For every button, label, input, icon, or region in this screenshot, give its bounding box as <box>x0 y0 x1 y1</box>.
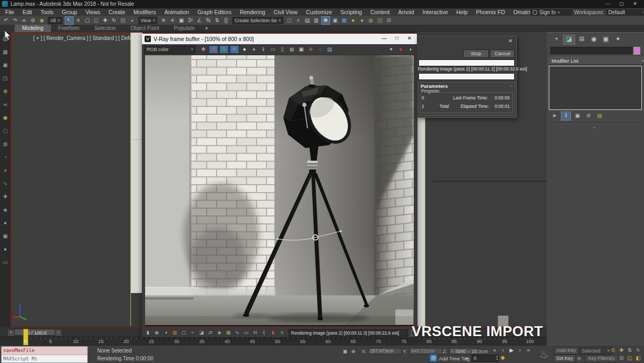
set-keys-icon[interactable]: ◆ <box>500 354 505 361</box>
select-and-move-icon[interactable]: ✚ <box>101 17 109 24</box>
menu-icon[interactable]: ≡ <box>278 329 286 336</box>
region-select-icon[interactable]: ▢ <box>180 329 188 336</box>
display-tab[interactable]: ▣ <box>600 35 611 44</box>
render-flyout-icon[interactable]: ⊞ <box>385 17 393 24</box>
frame-spinner-steppers[interactable]: ▴▾ <box>496 355 498 361</box>
window-crossing-icon[interactable]: ◱ <box>93 17 100 24</box>
vray-messages-icon[interactable]: ● <box>396 46 405 53</box>
stereo-icon[interactable]: ◈ <box>216 329 223 336</box>
menu-civil-view[interactable]: Civil View <box>270 9 302 15</box>
ribbon-tab-modeling[interactable]: Modeling <box>15 25 51 32</box>
lens-effects-icon[interactable]: ✦ <box>387 46 395 53</box>
bone-tool-icon[interactable]: ▢ <box>2 127 9 135</box>
blue-sphere-icon[interactable]: ● <box>2 219 9 227</box>
frame-step-arrows[interactable]: ◂▸ <box>465 356 469 360</box>
panel-stack-icon[interactable]: ▦ <box>2 48 9 56</box>
hierarchy-tab[interactable]: ⊞ <box>576 35 587 44</box>
maximize-viewport-icon[interactable]: ◧ <box>634 355 642 361</box>
select-and-place-icon[interactable]: ◕ <box>128 17 136 24</box>
ab-compare-icon[interactable]: ◪ <box>198 329 206 336</box>
motion-tab[interactable]: ◉ <box>588 35 599 44</box>
select-object-icon[interactable]: ↖ <box>65 16 74 25</box>
material-editor-icon[interactable]: ◉ <box>321 16 330 25</box>
selection-set-dropdown[interactable]: Create Selection Se▾ <box>232 17 283 24</box>
save-image-icon[interactable]: ⇓ <box>259 46 268 53</box>
menu-rendering[interactable]: Rendering <box>236 9 269 15</box>
flip-compare-icon[interactable]: ⇄ <box>207 329 214 336</box>
show-corrections-icon[interactable]: ◑ <box>406 46 414 53</box>
select-and-link-icon[interactable]: ∞ <box>20 17 28 24</box>
cancel-button[interactable]: Cancel <box>490 49 515 58</box>
pan-hand-icon[interactable]: ✚ <box>617 347 626 354</box>
sphere-tool-icon[interactable]: ◍ <box>2 140 9 148</box>
menu-content[interactable]: Content <box>366 9 394 15</box>
previous-frame-icon[interactable]: ‹ <box>499 347 507 354</box>
play-button[interactable]: ▶ <box>507 347 516 354</box>
rgb-strip-icon[interactable]: ▮ <box>269 329 277 336</box>
configure-modifier-sets-icon[interactable]: ▤ <box>595 112 604 119</box>
play-selection-icon[interactable]: ▷ <box>609 355 617 361</box>
ribbon-tab-object-paint[interactable]: Object Paint <box>123 25 166 32</box>
select-and-rotate-icon[interactable]: ↻ <box>110 17 118 24</box>
selection-set-key-dropdown[interactable]: Selected ▾ <box>579 347 612 355</box>
modifier-list-dropdown[interactable]: Modifier List ▾ <box>549 57 644 65</box>
angle-snap-icon[interactable]: ∠ <box>195 17 203 24</box>
pin-stack-icon[interactable]: ➤ <box>550 112 559 119</box>
select-and-scale-icon[interactable]: ◰ <box>119 17 127 24</box>
helix-tool-icon[interactable]: ∿ <box>2 180 9 187</box>
go-to-end-icon[interactable]: » <box>524 347 533 354</box>
spinner-snap-icon[interactable]: ⇅ <box>213 17 221 24</box>
sign-in-button[interactable]: Sign In ▾ <box>530 8 573 16</box>
menu-interactive[interactable]: Interactive <box>418 9 452 15</box>
auto-key-button[interactable]: Auto Key <box>554 347 579 355</box>
ribbon-tab-selection[interactable]: Selection <box>87 25 123 32</box>
menu-modifiers[interactable]: Modifiers <box>129 9 160 15</box>
align-icon[interactable]: ≡ <box>294 17 302 24</box>
wave-compare-icon[interactable]: ≈ <box>189 329 197 336</box>
green-channel-button[interactable]: G <box>219 45 229 54</box>
selection-lock-icon[interactable]: ▣ <box>343 348 347 354</box>
menu-graph-editors[interactable]: Graph Editors <box>193 9 236 15</box>
copy-clipboard-icon[interactable]: ▯ <box>278 46 287 53</box>
contrast-icon[interactable]: ◑ <box>162 329 170 336</box>
isolate-selection-icon[interactable]: ⊙ <box>609 347 617 354</box>
pivot-icon[interactable]: ⊕ <box>2 88 9 95</box>
vfb-titlebar[interactable]: V V-Ray frame buffer - [100% of 800 x 80… <box>142 34 417 44</box>
next-frame-icon[interactable]: › <box>516 347 524 354</box>
range-right-arrow[interactable]: > <box>55 329 62 337</box>
menu-help[interactable]: Help <box>452 9 472 15</box>
utilities-tab[interactable]: ✦ <box>612 35 623 44</box>
vfb-history-icon[interactable]: ▤ <box>325 46 334 53</box>
open-in-app-icon[interactable]: ◳ <box>376 17 384 24</box>
remove-modifier-icon[interactable]: ⊘ <box>584 112 593 119</box>
menu-create[interactable]: Create <box>105 9 130 15</box>
y-coordinate-field[interactable]: 945.721cm <box>409 348 443 355</box>
menu-edit[interactable]: Edit <box>18 9 36 15</box>
layer-manager-icon[interactable]: ▤ <box>303 17 311 24</box>
object-color-swatch[interactable] <box>633 47 640 55</box>
green-layers-icon[interactable]: ▩ <box>224 329 232 336</box>
load-image-icon[interactable]: ▭ <box>269 46 277 53</box>
reference-coordinate-dropdown[interactable]: View▾ <box>138 17 158 24</box>
selection-filter-dropdown[interactable]: All▾ <box>48 17 63 24</box>
minimize-button[interactable]: — <box>378 34 391 43</box>
menu-tools[interactable]: Tools <box>36 9 58 15</box>
menu-group[interactable]: Group <box>58 9 81 15</box>
maximize-layout-icon[interactable]: ◳ <box>2 75 9 82</box>
panel-icon[interactable]: ▭ <box>242 329 250 336</box>
modifier-stack[interactable] <box>549 66 642 110</box>
skin-brush-icon[interactable]: ◈ <box>2 206 9 214</box>
menu-arnold[interactable]: Arnold <box>394 9 418 15</box>
magnifier-icon[interactable]: ◉ <box>153 329 161 336</box>
stamp-icon[interactable]: ▮ <box>144 329 152 336</box>
menu-file[interactable]: File <box>1 9 18 15</box>
h-icon[interactable]: H <box>251 329 259 336</box>
follow-mouse-icon[interactable]: ✛ <box>306 46 315 53</box>
histogram-icon[interactable]: ▥ <box>171 329 179 336</box>
set-key-button[interactable]: Set Key <box>554 355 576 362</box>
alpha-channel-icon[interactable]: ● <box>250 46 258 53</box>
duplicate-buffer-icon[interactable]: ▣ <box>297 46 305 53</box>
unlink-selection-icon[interactable]: ⊘ <box>29 17 37 24</box>
render-setup-icon[interactable]: ▣ <box>331 17 339 24</box>
time-range-spinner[interactable]: < 0:0 / 100:0 > <box>7 329 62 336</box>
